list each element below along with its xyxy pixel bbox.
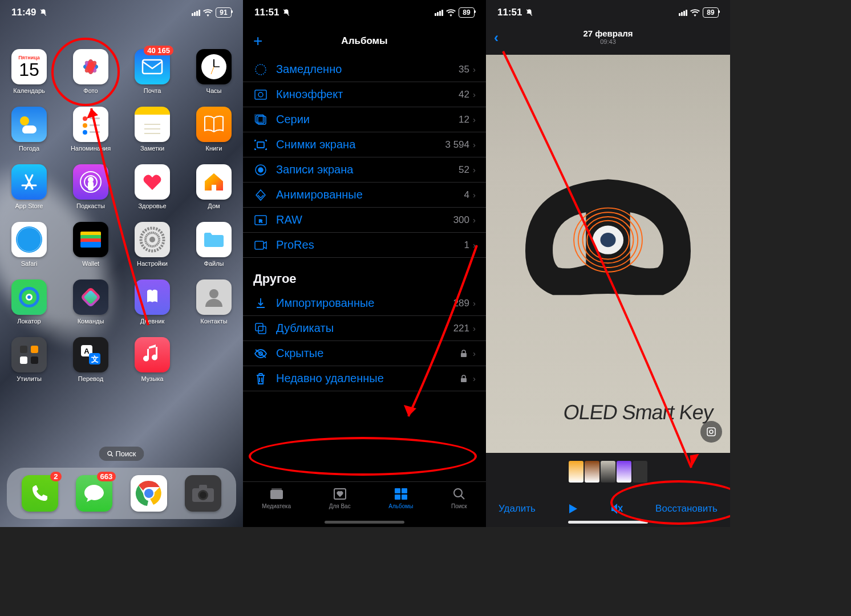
app-music[interactable]: Музыка	[132, 337, 172, 382]
tab-library[interactable]: Медиатека	[262, 487, 291, 509]
chevron-right-icon: ›	[473, 348, 476, 358]
tab-search[interactable]: Поиск	[451, 487, 467, 509]
thumbnail[interactable]	[617, 461, 631, 483]
app-safari[interactable]: Safari	[9, 222, 49, 267]
app-contacts[interactable]: Контакты	[194, 279, 234, 325]
silent-icon	[282, 9, 290, 17]
dock-phone[interactable]: 2	[22, 475, 58, 512]
svg-point-62	[258, 92, 263, 97]
home-indicator[interactable]	[325, 521, 404, 524]
app-notes[interactable]: Заметки	[132, 107, 172, 152]
chevron-right-icon: ›	[473, 323, 476, 333]
album-row-media-3[interactable]: Снимки экрана 3 594 ›	[243, 132, 486, 157]
svg-point-26	[88, 177, 93, 182]
status-bar: 11:51 89	[486, 0, 730, 25]
screenshot-icon	[253, 140, 268, 150]
signal-icon	[192, 10, 200, 16]
back-button[interactable]: ‹	[494, 30, 499, 46]
svg-rect-43	[20, 346, 27, 353]
svg-rect-93	[707, 428, 715, 436]
app-appstore[interactable]: App Store	[9, 164, 49, 209]
dock-messages[interactable]: 663	[76, 475, 112, 512]
album-row-other-1[interactable]: Дубликаты 221 ›	[243, 316, 486, 341]
album-row-media-0[interactable]: Замедленно 35 ›	[243, 57, 486, 82]
svg-rect-17	[90, 117, 100, 119]
home-indicator[interactable]	[568, 521, 648, 524]
chevron-right-icon: ›	[473, 298, 476, 308]
app-health[interactable]: Здоровье	[132, 164, 172, 209]
search-icon	[107, 451, 113, 457]
dock: 2 663	[7, 468, 236, 519]
app-files[interactable]: Файлы	[194, 222, 234, 267]
album-count: 300	[453, 214, 469, 226]
photo-content-wheel	[509, 152, 707, 340]
hidden-icon	[253, 348, 268, 359]
thumbnail[interactable]	[601, 461, 615, 483]
album-row-media-5[interactable]: Анимированные 4 ›	[243, 183, 486, 208]
album-row-media-1[interactable]: Киноэффект 42 ›	[243, 82, 486, 107]
prores-icon	[253, 241, 268, 250]
svg-point-13	[20, 116, 29, 125]
svg-rect-19	[90, 131, 100, 133]
delete-button[interactable]: Удалить	[499, 503, 536, 514]
thumbnail[interactable]	[633, 461, 647, 483]
photo-viewer[interactable]: OLED Smart Key	[486, 55, 730, 453]
album-count: 1	[464, 240, 469, 251]
tab-albums[interactable]: Альбомы	[388, 487, 413, 509]
restore-button[interactable]: Восстановить	[655, 503, 718, 514]
burst-icon	[253, 114, 268, 125]
album-row-media-7[interactable]: ProRes 1 ›	[243, 233, 486, 258]
album-count: 35	[459, 64, 469, 75]
silent-icon	[525, 9, 533, 17]
app-reminders[interactable]: Напоминания	[71, 107, 111, 152]
status-bar: 11:49 91	[0, 0, 243, 25]
dock-camera[interactable]	[185, 475, 221, 512]
app-findmy[interactable]: Локатор	[9, 279, 49, 325]
thumbnail[interactable]	[585, 461, 599, 483]
app-journal[interactable]: Дневник	[132, 279, 172, 325]
lock-icon	[460, 350, 467, 358]
tab-foryou[interactable]: Для Вас	[329, 487, 351, 509]
album-row-other-3[interactable]: Недавно удаленные ›	[243, 366, 486, 391]
mute-button[interactable]	[610, 503, 623, 514]
app-home[interactable]: Дом	[194, 164, 234, 209]
thumbnail-strip[interactable]	[569, 461, 647, 483]
svg-point-85	[454, 489, 462, 497]
album-row-media-6[interactable]: R RAW 300 ›	[243, 208, 486, 233]
app-podcasts[interactable]: Подкасты	[71, 164, 111, 209]
app-clock[interactable]: Часы	[194, 49, 234, 94]
app-wallet[interactable]: Wallet	[71, 222, 111, 267]
trash-icon	[253, 372, 268, 385]
svg-rect-46	[31, 356, 38, 364]
svg-rect-45	[20, 356, 27, 364]
app-utilities-folder[interactable]: Утилиты	[9, 337, 49, 382]
app-settings[interactable]: Настройки	[132, 222, 172, 267]
svg-point-35	[149, 237, 155, 242]
album-row-media-2[interactable]: Серии 12 ›	[243, 107, 486, 132]
spotlight-search[interactable]: Поиск	[99, 447, 144, 461]
svg-rect-82	[402, 488, 407, 493]
app-mail[interactable]: 40 165Почта	[132, 49, 172, 94]
app-calendar[interactable]: Пятница15Календарь	[9, 49, 49, 94]
dock-chrome[interactable]	[131, 475, 167, 512]
albums-list[interactable]: Замедленно 35 › Киноэффект 42 › Серии 12…	[243, 57, 486, 481]
album-row-other-2[interactable]: Скрытые ›	[243, 341, 486, 366]
thumbnail[interactable]	[569, 461, 583, 483]
album-row-media-4[interactable]: Записи экрана 52 ›	[243, 157, 486, 183]
app-photos[interactable]: Фото	[71, 49, 111, 94]
play-button[interactable]	[568, 503, 578, 514]
app-shortcuts[interactable]: Команды	[71, 279, 111, 325]
svg-point-42	[209, 289, 218, 298]
slowmo-icon	[253, 63, 268, 76]
chevron-right-icon: ›	[473, 215, 476, 225]
app-weather[interactable]: Погода	[9, 107, 49, 152]
wifi-icon	[203, 9, 213, 17]
chevron-right-icon: ›	[473, 90, 476, 99]
app-books[interactable]: Книги	[194, 107, 234, 152]
album-row-other-0[interactable]: Импортированные 289 ›	[243, 291, 486, 316]
photo-toolbar: Удалить Восстановить	[486, 503, 730, 514]
album-count: 3 594	[445, 139, 469, 151]
visual-lookup-button[interactable]	[700, 421, 722, 443]
add-album-button[interactable]: +	[253, 32, 262, 50]
app-translate[interactable]: A文Перевод	[71, 337, 111, 382]
